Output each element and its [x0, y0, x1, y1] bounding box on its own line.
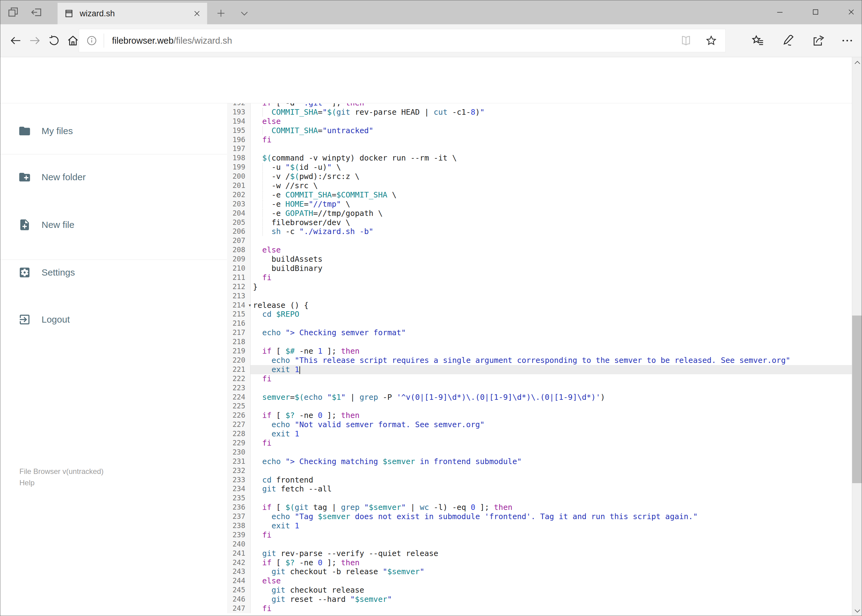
tab-previews-chevron-icon[interactable]	[240, 10, 249, 17]
code-text[interactable]: $(command -v winpty) docker run --rm -it…	[251, 154, 852, 163]
code-line[interactable]: 246 git reset --hard "$semver"	[227, 595, 852, 604]
sidebar-item-logout[interactable]: Logout	[0, 304, 227, 335]
code-text[interactable]: else	[251, 117, 852, 126]
code-text[interactable]: fi	[251, 135, 852, 145]
code-line[interactable]: 217 echo "> Checking semver format"	[227, 328, 852, 337]
code-line[interactable]: 202 -e COMMIT_SHA=$COMMIT_SHA \	[227, 190, 852, 200]
code-text[interactable]: echo "This release script requires a sin…	[251, 356, 852, 365]
code-line[interactable]: 232	[227, 466, 852, 475]
code-text[interactable]	[251, 292, 852, 301]
code-text[interactable]	[251, 144, 852, 154]
code-text[interactable]: -e GOPATH=//tmp/gopath \	[251, 209, 852, 218]
add-favorite-star-icon[interactable]	[705, 35, 717, 47]
code-line[interactable]: 224 semver=$(echo "$1" | grep -P '^v(0|[…	[227, 393, 852, 402]
code-line[interactable]: 226 if [ $? -ne 0 ]; then	[227, 411, 852, 420]
sidebar-item-settings[interactable]: Settings	[0, 257, 227, 288]
code-text[interactable]	[251, 402, 852, 411]
code-text[interactable]: -u "$(id -u)" \	[251, 163, 852, 172]
code-line[interactable]: 236 if [ $(git tag | grep "$semver" | wc…	[227, 503, 852, 512]
code-line[interactable]: 228 exit 1	[227, 429, 852, 438]
code-text[interactable]: -e HOME="//tmp" \	[251, 200, 852, 209]
code-text[interactable]: echo "Not valid semver format. See semve…	[251, 420, 852, 429]
code-text[interactable]: fi	[251, 604, 852, 613]
code-text[interactable]: echo "> Checking semver format"	[251, 328, 852, 337]
code-line[interactable]: 215 cd $REPO	[227, 310, 852, 319]
code-text[interactable]: git fetch --all	[251, 484, 852, 493]
code-line[interactable]: 239 fi	[227, 531, 852, 540]
code-line[interactable]: 216	[227, 319, 852, 328]
code-line[interactable]: 209 buildAssets	[227, 255, 852, 264]
code-text[interactable]: git checkout release	[251, 586, 852, 595]
code-text[interactable]: release () {	[251, 301, 852, 310]
code-text[interactable]	[251, 540, 852, 549]
code-text[interactable]: filebrowser/dev \	[251, 218, 852, 227]
code-text[interactable]	[251, 319, 852, 328]
code-line[interactable]: 195 COMMIT_SHA="untracked"	[227, 126, 852, 135]
reading-view-icon[interactable]	[680, 35, 692, 47]
code-line[interactable]: 199 -u "$(id -u)" \	[227, 163, 852, 172]
code-line[interactable]: 196 fi	[227, 135, 852, 145]
address-bar[interactable]: filebrowser.web/files/wizard.sh	[79, 29, 726, 52]
code-text[interactable]: exit 1	[251, 429, 852, 438]
sidebar-item-my-files[interactable]: My files	[0, 116, 227, 146]
code-text[interactable]: COMMIT_SHA="$(git rev-parse HEAD | cut -…	[251, 108, 852, 117]
set-tabs-aside-icon[interactable]	[30, 6, 43, 19]
code-line[interactable]: 218	[227, 337, 852, 347]
minimize-button[interactable]	[773, 4, 787, 20]
hub-favorites-icon[interactable]	[751, 34, 765, 47]
code-text[interactable]: buildAssets	[251, 255, 852, 264]
maximize-button[interactable]	[808, 4, 823, 20]
code-text[interactable]: semver=$(echo "$1" | grep -P '^v(0|[1-9]…	[251, 393, 852, 402]
more-options-icon[interactable]	[840, 34, 854, 47]
code-line[interactable]: 213	[227, 292, 852, 301]
code-line[interactable]: 240	[227, 540, 852, 549]
code-text[interactable]	[251, 337, 852, 347]
code-line[interactable]: 205 filebrowser/dev \	[227, 218, 852, 227]
code-line[interactable]: 229 fi	[227, 438, 852, 448]
code-text[interactable]: fi	[251, 273, 852, 282]
code-text[interactable]: if [ $? -ne 0 ]; then	[251, 411, 852, 420]
code-line[interactable]: 210 buildBinary	[227, 264, 852, 273]
share-icon[interactable]	[812, 34, 825, 47]
code-line[interactable]: 231 echo "> Checking matching $semver in…	[227, 457, 852, 466]
code-line[interactable]: 206 sh -c "./wizard.sh -b"	[227, 227, 852, 236]
code-text[interactable]: else	[251, 576, 852, 586]
code-text[interactable]: git checkout -b release "$semver"	[251, 567, 852, 576]
code-line[interactable]: 193 COMMIT_SHA="$(git rev-parse HEAD | c…	[227, 108, 852, 117]
code-text[interactable]: }	[251, 282, 852, 292]
code-line[interactable]: 204 -e GOPATH=//tmp/gopath \	[227, 209, 852, 218]
new-tab-button[interactable]	[216, 8, 226, 19]
code-text[interactable]: exit 1	[251, 521, 852, 531]
code-text[interactable]: if [ $# -ne 1 ]; then	[251, 347, 852, 356]
tab-preview-icon[interactable]	[7, 6, 19, 19]
code-line[interactable]: 223	[227, 383, 852, 393]
home-button[interactable]	[67, 35, 79, 47]
code-text[interactable]: buildBinary	[251, 264, 852, 273]
code-text[interactable]	[251, 493, 852, 503]
page-scrollbar[interactable]	[852, 57, 862, 616]
sidebar-item-new-file[interactable]: New file	[0, 209, 227, 240]
code-line[interactable]: 241 git rev-parse --verify --quiet relea…	[227, 549, 852, 558]
code-line[interactable]: 200 -v /$(pwd):/src:z \	[227, 172, 852, 181]
code-text[interactable]: git rev-parse --verify --quiet release	[251, 549, 852, 558]
code-text[interactable]: -e COMMIT_SHA=$COMMIT_SHA \	[251, 190, 852, 200]
code-line[interactable]: 235	[227, 493, 852, 503]
code-line[interactable]: 203 -e HOME="//tmp" \	[227, 200, 852, 209]
code-line[interactable]: 227 echo "Not valid semver format. See s…	[227, 420, 852, 429]
scrollbar-thumb[interactable]	[852, 316, 862, 483]
tab-close-icon[interactable]	[193, 9, 201, 17]
close-button[interactable]	[844, 4, 858, 20]
code-line[interactable]: 244 else	[227, 576, 852, 586]
code-line[interactable]: 201 -w //src \	[227, 181, 852, 190]
code-line[interactable]: 230	[227, 448, 852, 457]
code-line[interactable]: 220 echo "This release script requires a…	[227, 356, 852, 365]
back-button[interactable]	[9, 35, 22, 47]
code-text[interactable]: if [ $(git tag | grep "$semver" | wc -l)…	[251, 503, 852, 512]
code-line[interactable]: 219 if [ $# -ne 1 ]; then	[227, 347, 852, 356]
code-text[interactable]: fi	[251, 531, 852, 540]
code-line[interactable]: 247 fi	[227, 604, 852, 613]
code-line[interactable]: 192 if [ -d ".git" ]; then	[227, 103, 852, 108]
code-text[interactable]: if [ $? -ne 0 ]; then	[251, 558, 852, 567]
refresh-button[interactable]	[48, 35, 60, 47]
code-text[interactable]: COMMIT_SHA="untracked"	[251, 126, 852, 135]
